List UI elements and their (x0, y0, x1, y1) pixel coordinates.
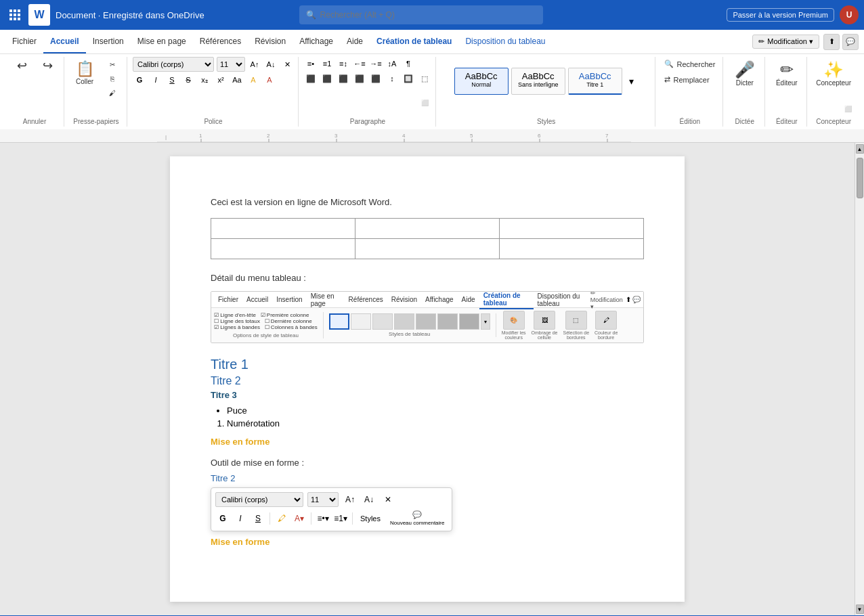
format-comment-btn[interactable]: 💬 Nouveau commentaire (387, 510, 448, 527)
align-right-button[interactable]: ⬛ (337, 72, 350, 85)
multilevel-button[interactable]: ≡↕ (337, 57, 350, 70)
copy-button[interactable]: ⎘ (102, 72, 123, 85)
table-cell[interactable] (211, 219, 355, 239)
scrollbar[interactable]: ▲ ▼ (855, 143, 864, 615)
mini-comment-icon: 💬 (632, 296, 641, 303)
format-highlight-btn[interactable]: 🖍 (274, 511, 289, 526)
style-sans-interligne[interactable]: AaBbCc Sans interligne (511, 68, 565, 95)
tab-disposition-tableau[interactable]: Disposition du tableau (458, 30, 552, 53)
format-decrease-btn[interactable]: A↓ (362, 492, 376, 507)
copy-icon: ⎘ (110, 75, 114, 83)
text-case-button[interactable]: Aa (230, 73, 244, 87)
style-normal[interactable]: AaBbCc Normal (454, 68, 509, 95)
format-bold-btn[interactable]: G (215, 511, 230, 526)
font-color-button[interactable]: A (263, 73, 276, 87)
format-italic-btn[interactable]: I (233, 511, 248, 526)
line-spacing-button[interactable]: ↕ (385, 72, 399, 85)
decrease-font-button[interactable]: A↓ (264, 58, 278, 71)
waffle-icon[interactable] (5, 5, 24, 24)
tab-references[interactable]: Références (193, 30, 248, 53)
style-titre1[interactable]: AaBbCc Titre 1 (568, 68, 622, 95)
paragraph-dialog-button[interactable]: ⬜ (418, 96, 431, 110)
cut-button[interactable]: ✂ (102, 58, 123, 71)
format-underline-btn[interactable]: S (251, 511, 265, 526)
table-cell[interactable] (355, 219, 500, 239)
mini-selection-btn: ⬚ (565, 311, 587, 330)
italic-button[interactable]: I (149, 73, 163, 87)
underline-button[interactable]: S (165, 73, 179, 87)
sort-button[interactable]: ↕A (385, 57, 399, 70)
borders-button[interactable]: ⬚ (418, 72, 431, 85)
concepteur-expand-button[interactable]: ⬜ (841, 102, 855, 116)
align-justify-button[interactable]: ⬛ (353, 72, 366, 85)
dictee-button[interactable]: 🎤 Dicter (730, 57, 760, 91)
highlight-button[interactable]: A (246, 73, 260, 87)
coller-button[interactable]: 📋 Coller (70, 57, 100, 90)
mise-en-forme-text: Mise en forme (211, 437, 644, 447)
mini-tab-references: Références (345, 294, 387, 305)
format-bullets-btn[interactable]: ≡•▾ (316, 511, 330, 526)
cut-icon: ✂ (110, 61, 115, 68)
increase-font-button[interactable]: A↑ (248, 58, 261, 71)
search-input[interactable] (320, 10, 536, 20)
tab-affichage[interactable]: Affichage (293, 30, 340, 53)
clear-format-button[interactable]: ✕ (280, 58, 294, 71)
scroll-down-button[interactable]: ▼ (856, 604, 864, 614)
table-cell[interactable] (500, 239, 644, 259)
undo-icon: ↩ (17, 60, 27, 72)
tab-accueil[interactable]: Accueil (43, 30, 86, 53)
table-cell[interactable] (500, 219, 644, 239)
font-family-select[interactable]: Calibri (corps) (133, 57, 214, 72)
tab-revision[interactable]: Révision (248, 30, 293, 53)
scroll-up-button[interactable]: ▲ (856, 144, 864, 154)
tab-mise-en-page[interactable]: Mise en page (131, 30, 193, 53)
format-painter-button[interactable]: 🖌 (102, 87, 123, 100)
search-bar[interactable]: 🔍 (299, 5, 543, 24)
font-size-select[interactable]: 11 (217, 57, 245, 72)
numbering-button[interactable]: ≡1 (320, 57, 334, 70)
strikethrough-button[interactable]: S (181, 73, 195, 87)
comment-icon[interactable]: 💬 (842, 34, 859, 50)
table-cell[interactable] (211, 239, 355, 259)
format-styles-btn[interactable]: Styles (357, 511, 384, 526)
align-center-button[interactable]: ⬛ (320, 72, 334, 85)
group-presse-label: Presse-papiers (66, 118, 127, 125)
undo-button[interactable]: ↩ (9, 57, 34, 74)
superscript-button[interactable]: x² (214, 73, 228, 87)
tab-fichier[interactable]: Fichier (5, 30, 43, 53)
redo-button[interactable]: ↪ (35, 57, 60, 74)
subscript-button[interactable]: x₂ (198, 73, 211, 87)
format-numbering-btn[interactable]: ≡1▾ (333, 511, 348, 526)
editeur-button[interactable]: ✏ Éditeur (772, 57, 802, 91)
format-clear-btn[interactable]: ✕ (381, 492, 395, 507)
decrease-indent-button[interactable]: ←≡ (353, 57, 366, 70)
concepteur-button[interactable]: ✨ Concepteur (813, 57, 855, 91)
remplacer-button[interactable]: ⇄Remplacer (661, 72, 712, 87)
share-icon[interactable]: ⬆ (823, 34, 840, 50)
shading-button[interactable]: 🔲 (402, 72, 415, 85)
columns-button[interactable]: ⬛ (369, 72, 383, 85)
align-left-button[interactable]: ⬛ (304, 72, 318, 85)
show-marks-button[interactable]: ¶ (402, 57, 415, 70)
pencil-icon: ✏ (758, 37, 764, 46)
tab-aide[interactable]: Aide (340, 30, 370, 53)
format-increase-btn[interactable]: A↑ (343, 492, 358, 507)
increase-indent-button[interactable]: →≡ (369, 57, 383, 70)
table-cell[interactable] (355, 239, 500, 259)
modification-button[interactable]: ✏ ✏ Modification Modification ▾ (752, 35, 819, 49)
tab-insertion[interactable]: Insertion (86, 30, 131, 53)
premium-button[interactable]: Passer à la version Premium (727, 8, 834, 22)
editor-icon: ✏ (780, 62, 794, 78)
bullets-button[interactable]: ≡• (304, 57, 318, 70)
bold-button[interactable]: G (133, 73, 146, 87)
user-avatar[interactable]: U (840, 5, 859, 24)
paste-icon: 📋 (76, 62, 94, 76)
scroll-thumb[interactable] (857, 158, 863, 198)
format-color-btn[interactable]: A▾ (292, 511, 307, 526)
format-font-select[interactable]: Calibri (corps) (215, 492, 303, 507)
styles-more-button[interactable]: ▾ (625, 68, 639, 95)
format-size-select[interactable]: 11 (307, 492, 339, 507)
rechercher-button[interactable]: 🔍Rechercher (661, 57, 718, 71)
tab-creation-tableau[interactable]: Création de tableau (370, 30, 458, 53)
document-area[interactable]: Ceci est la version en ligne de Microsof… (0, 143, 855, 615)
